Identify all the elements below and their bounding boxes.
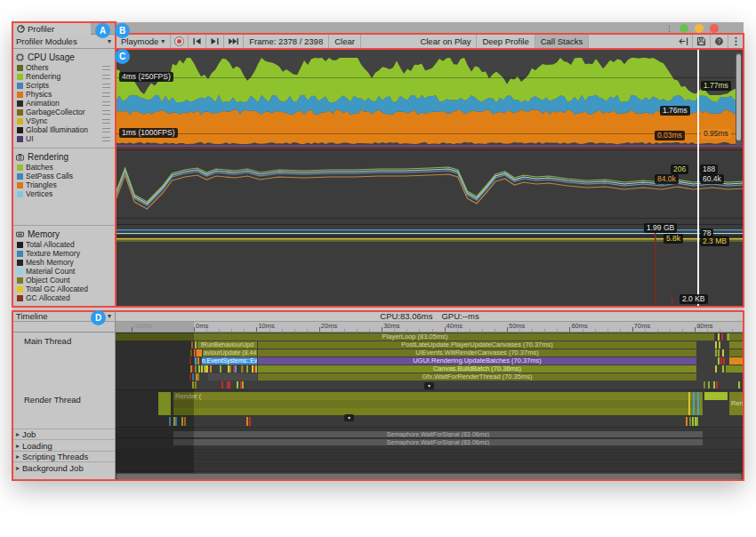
timeline-ruler-area[interactable]: -10ms0ms10ms20ms30ms40ms50ms60ms70ms80ms — [116, 322, 744, 332]
drag-handle-icon[interactable] — [102, 128, 110, 132]
timeline-fragment[interactable] — [190, 349, 192, 357]
timeline-fragment[interactable] — [726, 365, 728, 373]
timeline-fragment[interactable] — [195, 381, 197, 389]
timeline-fragment[interactable] — [718, 333, 720, 341]
module-item[interactable]: Triangles — [12, 180, 115, 189]
timeline-span[interactable]: n.EventSystems::Ev — [202, 357, 257, 365]
timeline-span[interactable] — [158, 392, 171, 415]
module-header[interactable]: Memory — [12, 228, 115, 240]
timeline-fragment[interactable] — [708, 381, 710, 389]
timeline-fragment[interactable] — [696, 417, 698, 426]
timeline-span[interactable] — [729, 333, 744, 341]
thread-row-job[interactable]: ▸Job — [12, 429, 115, 439]
timeline-fragment[interactable] — [718, 357, 720, 365]
timeline-fragment[interactable] — [195, 349, 197, 357]
module-item[interactable]: UI — [12, 134, 115, 143]
timeline-fragment[interactable] — [192, 373, 194, 381]
clear-on-play-toggle[interactable]: Clear on Play — [414, 35, 477, 48]
save-profile-button[interactable] — [693, 35, 711, 48]
module-header[interactable]: CPU Usage — [12, 51, 115, 63]
chart-scrollbar-thumb[interactable] — [736, 54, 741, 140]
timeline-fragment[interactable] — [197, 357, 199, 365]
clear-button[interactable]: Clear — [329, 35, 361, 48]
timeline-fragment[interactable] — [169, 417, 171, 426]
timeline-span[interactable]: aviourUpdate (8.44 — [203, 349, 257, 357]
timeline-fragment[interactable] — [738, 381, 740, 389]
module-item[interactable]: Material Count — [12, 267, 115, 276]
timeline-fragment[interactable] — [719, 341, 720, 349]
timeline-span[interactable]: UGUI.Rendering.UpdateBatches (70.37ms) — [258, 357, 696, 365]
timeline-fragment[interactable] — [686, 417, 688, 426]
help-button[interactable]: ? — [711, 35, 728, 48]
module-item[interactable]: Scripts — [12, 81, 115, 90]
timeline-span[interactable] — [729, 357, 744, 365]
timeline-fragment[interactable] — [181, 417, 183, 426]
timeline-fragment[interactable] — [692, 417, 694, 426]
module-item[interactable]: SetPass Calls — [12, 172, 115, 180]
timeline-fragment[interactable] — [689, 417, 691, 426]
drag-handle-icon[interactable] — [102, 66, 110, 70]
module-item[interactable]: Others — [12, 63, 115, 72]
module-item[interactable]: Batches — [12, 163, 115, 172]
call-stacks-toggle[interactable]: Call Stacks — [535, 35, 590, 48]
drag-handle-icon[interactable] — [102, 101, 110, 106]
timeline-span[interactable]: Gfx.WaitForRenderThread (70.35ms) — [258, 373, 696, 381]
timeline-fragment[interactable] — [715, 365, 717, 373]
module-item[interactable]: Global Illumination — [12, 125, 115, 134]
timeline-fragment[interactable] — [715, 341, 717, 349]
context-menu-button[interactable] — [728, 35, 744, 48]
timeline-fragment[interactable] — [204, 365, 205, 373]
timeline-fragment[interactable] — [191, 341, 193, 349]
thread-row-main-thread[interactable]: Main Thread — [12, 333, 115, 391]
timeline-fragment[interactable] — [189, 357, 191, 365]
tab-profiler[interactable]: Profiler — [12, 22, 91, 35]
timeline-fragment[interactable] — [197, 373, 199, 381]
timeline-span[interactable]: Canvas.BuildBatch (70.36ms) — [258, 365, 696, 373]
collapsed-group-marker-icon[interactable]: ▾ — [344, 414, 354, 421]
drag-handle-icon[interactable] — [102, 110, 110, 115]
timeline-fragment[interactable] — [720, 357, 722, 365]
module-item[interactable]: Total Allocated — [12, 240, 115, 249]
timeline-content[interactable]: PlayerLoop (83.05ms)tRunBehaviourUpdPost… — [116, 333, 744, 480]
thread-row-scripting-threads[interactable]: ▸Scripting Threads — [12, 451, 115, 461]
drag-handle-icon[interactable] — [102, 84, 110, 88]
timeline-fragment[interactable] — [240, 381, 242, 389]
timeline-fragment[interactable] — [723, 357, 725, 365]
timeline-fragment[interactable] — [237, 381, 238, 389]
timeline-fragment[interactable] — [249, 417, 251, 426]
timeline-fragment[interactable] — [195, 357, 197, 365]
timeline-span[interactable] — [729, 365, 744, 373]
timeline-span[interactable] — [729, 349, 744, 357]
prev-frame-button[interactable] — [189, 35, 206, 48]
thread-row-background-job[interactable]: ▸Background Job — [12, 461, 115, 473]
timeline-fragment[interactable] — [189, 373, 191, 381]
module-item[interactable]: Mesh Memory — [12, 258, 115, 267]
timeline-fragment[interactable] — [206, 365, 208, 373]
next-frame-button[interactable] — [206, 35, 224, 48]
module-item[interactable]: GarbageCollector — [12, 108, 115, 116]
module-item[interactable]: Animation — [12, 99, 115, 108]
timeline-span[interactable] — [729, 341, 744, 349]
charts-area[interactable]: 4ms (250FPS)1ms (1000FPS)1.77ms1.76ms0.0… — [116, 49, 744, 306]
thread-row-loading[interactable]: ▸Loading — [12, 439, 115, 451]
thread-row-render-thread[interactable]: Render Thread — [12, 391, 115, 429]
timeline-fragment[interactable] — [201, 365, 203, 373]
timeline-fragment[interactable] — [190, 365, 192, 373]
timeline-fragment[interactable] — [195, 365, 197, 373]
timeline-fragment[interactable] — [220, 365, 221, 373]
timeline-fragment[interactable] — [246, 417, 248, 426]
timeline-fragment[interactable] — [192, 365, 194, 373]
window-dot-red[interactable] — [710, 24, 719, 33]
kebab-menu-icon[interactable]: ⋮ — [665, 24, 673, 33]
timeline-fragment[interactable] — [693, 392, 695, 415]
timeline-span[interactable] — [173, 400, 703, 408]
timeline-fragment[interactable] — [246, 365, 248, 373]
cpu-usage-chart[interactable] — [116, 49, 744, 149]
timeline-span[interactable] — [704, 392, 728, 400]
drag-handle-icon[interactable] — [102, 119, 110, 124]
timeline-fragment[interactable] — [235, 365, 237, 373]
module-item[interactable]: Total GC Allocated — [12, 285, 115, 293]
timeline-fragment[interactable] — [728, 333, 729, 341]
timeline-span[interactable] — [173, 408, 703, 415]
timeline-fragment[interactable] — [175, 417, 177, 426]
